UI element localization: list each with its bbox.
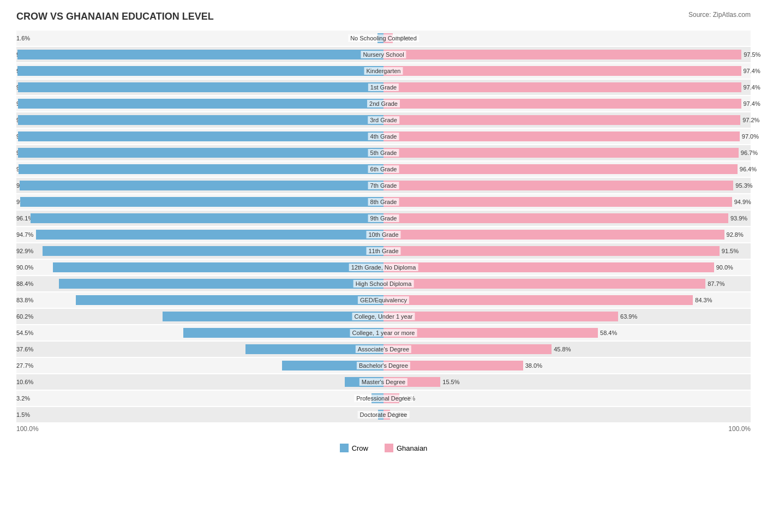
center-label: GED/Equivalency [358, 296, 409, 304]
right-bar [384, 99, 741, 109]
table-row: 99.6%3rd Grade97.2% [16, 112, 751, 128]
right-section: 84.3% [384, 292, 751, 308]
right-section: 96.4% [384, 162, 751, 177]
right-value: 38.0% [523, 362, 542, 369]
right-section: 91.5% [384, 243, 751, 259]
left-section: 54.5% [16, 325, 384, 340]
source-label: Source: ZipAtlas.com [688, 11, 751, 19]
ghanaian-legend-label: Ghanaian [397, 444, 427, 452]
table-row: 90.0%12th Grade, No Diploma90.0% [16, 260, 751, 275]
right-value: 91.5% [720, 248, 739, 254]
left-section: 88.4% [16, 276, 384, 291]
right-value: 93.9% [728, 215, 747, 222]
right-section: 97.0% [384, 129, 751, 144]
right-value: 97.4% [741, 84, 760, 91]
table-row: 3.2%Professional Degree4.3% [16, 391, 751, 406]
right-bar [384, 82, 741, 92]
center-label: High School Diploma [353, 280, 414, 288]
legend-crow: Crow [340, 444, 368, 452]
left-section: 60.2% [16, 309, 384, 324]
right-bar [384, 230, 724, 240]
right-value: 96.7% [739, 150, 758, 156]
center-label: College, 1 year or more [350, 329, 417, 337]
bar-chart: 1.6%No Schooling Completed2.6%99.7%Nurse… [16, 31, 751, 422]
table-row: 99.0%8th Grade94.9% [16, 194, 751, 210]
right-value: 45.8% [552, 346, 571, 352]
table-row: 83.8%GED/Equivalency84.3% [16, 292, 751, 308]
left-value: 92.9% [16, 248, 33, 254]
left-section: 99.6% [16, 129, 384, 144]
right-section: 97.4% [384, 80, 751, 95]
center-label: 9th Grade [368, 214, 399, 222]
center-label: Master's Degree [359, 378, 408, 386]
left-bar [59, 279, 384, 289]
center-label: No Schooling Completed [348, 34, 419, 42]
center-label: Kindergarten [364, 67, 403, 75]
left-bar [20, 197, 384, 207]
table-row: 99.6%2nd Grade97.4% [16, 96, 751, 111]
right-section: 90.0% [384, 260, 751, 275]
center-label: Bachelor's Degree [357, 362, 410, 369]
table-row: 54.5%College, 1 year or more58.4% [16, 325, 751, 340]
right-section: 1.8% [384, 407, 751, 422]
center-label: Doctorate Degree [358, 411, 410, 419]
left-bar [19, 164, 384, 174]
left-bar [163, 312, 384, 321]
table-row: 96.1%9th Grade93.9% [16, 211, 751, 226]
table-row: 99.4%6th Grade96.4% [16, 162, 751, 177]
right-value: 84.3% [693, 297, 712, 303]
left-bar [18, 82, 384, 92]
left-section: 3.2% [16, 391, 384, 406]
right-value: 97.4% [741, 68, 760, 74]
right-section: 63.9% [384, 309, 751, 324]
right-bar [384, 131, 740, 141]
right-section: 97.4% [384, 96, 751, 111]
table-row: 10.6%Master's Degree15.5% [16, 374, 751, 390]
right-bar [384, 181, 733, 190]
right-section: 97.4% [384, 63, 751, 79]
center-label: 12th Grade, No Diploma [349, 264, 418, 271]
table-row: 60.2%College, Under 1 year63.9% [16, 309, 751, 324]
left-value: 1.5% [16, 411, 30, 418]
table-row: 99.6%1st Grade97.4% [16, 80, 751, 95]
left-section: 83.8% [16, 292, 384, 308]
left-section: 99.4% [16, 162, 384, 177]
left-value: 60.2% [16, 313, 33, 320]
right-section: 92.8% [384, 227, 751, 242]
right-section: 87.7% [384, 276, 751, 291]
table-row: 88.4%High School Diploma87.7% [16, 276, 751, 291]
right-bar [384, 246, 720, 256]
left-section: 99.6% [16, 96, 384, 111]
table-row: 37.6%Associate's Degree45.8% [16, 342, 751, 357]
left-bar [18, 148, 384, 158]
right-section: 15.5% [384, 374, 751, 390]
right-section: 95.3% [384, 178, 751, 193]
left-bar [76, 295, 384, 305]
table-row: 99.7%Kindergarten97.4% [16, 63, 751, 79]
left-section: 10.6% [16, 374, 384, 390]
center-label: 5th Grade [368, 149, 399, 157]
table-row: 94.7%10th Grade92.8% [16, 227, 751, 242]
left-value: 94.7% [16, 231, 33, 238]
left-section: 99.6% [16, 80, 384, 95]
left-section: 1.5% [16, 407, 384, 422]
left-bar [31, 213, 384, 223]
right-bar [384, 295, 693, 305]
left-section: 99.0% [16, 194, 384, 210]
left-section: 37.6% [16, 342, 384, 357]
left-bar [36, 230, 384, 240]
left-bar [17, 50, 384, 59]
right-value: 15.5% [440, 379, 459, 385]
center-label: 7th Grade [368, 182, 399, 189]
chart-container: CROW VS GHANAIAN EDUCATION LEVEL Source:… [0, 0, 767, 485]
table-row: 92.9%11th Grade91.5% [16, 243, 751, 259]
left-bar [18, 115, 384, 125]
left-value: 90.0% [16, 264, 33, 271]
left-section: 90.0% [16, 260, 384, 275]
center-label: 6th Grade [368, 165, 399, 173]
center-label: 3rd Grade [368, 116, 399, 124]
right-value: 63.9% [618, 313, 637, 320]
chart-title: CROW VS GHANAIAN EDUCATION LEVEL [16, 11, 751, 22]
center-label: 8th Grade [368, 198, 399, 206]
center-label: Nursery School [361, 51, 406, 58]
